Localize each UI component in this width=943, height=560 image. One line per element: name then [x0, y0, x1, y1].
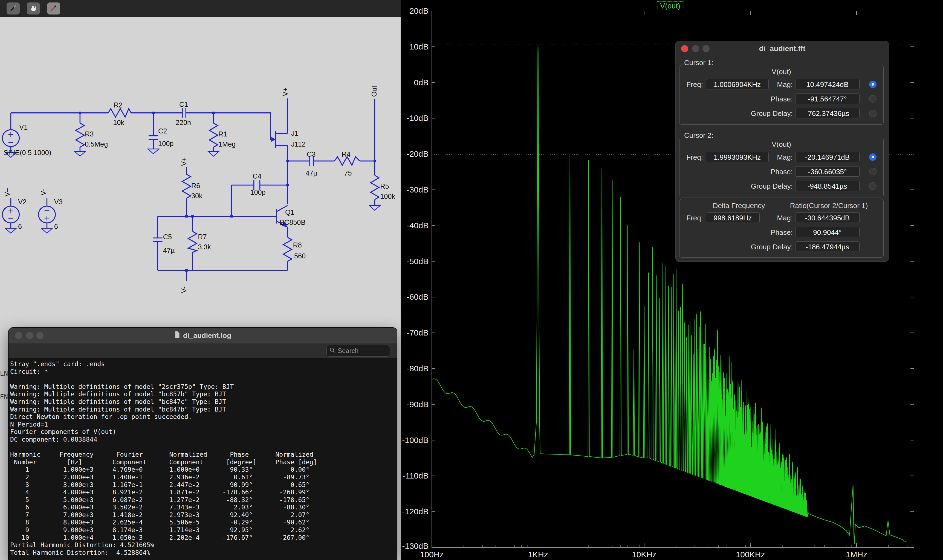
cursor2-mag-radio[interactable] [869, 154, 877, 161]
svg-text:-130dB: -130dB [402, 542, 429, 551]
svg-text:-80dB: -80dB [407, 364, 429, 373]
freq-label: Freq: [679, 79, 703, 90]
svg-text:V+: V+ [180, 157, 188, 166]
svg-text:R2: R2 [114, 101, 122, 109]
svg-text:3.3k: 3.3k [198, 243, 211, 251]
mag-label: Mag: [748, 212, 793, 223]
svg-text:-40dB: -40dB [407, 221, 429, 230]
svg-text:20dB: 20dB [409, 6, 429, 15]
clipped-text-fragment: EN [0, 370, 8, 377]
phase-label: Phase: [721, 94, 793, 105]
probe-icon [49, 4, 58, 13]
svg-text:30k: 30k [191, 192, 202, 200]
svg-text:100Hz: 100Hz [420, 550, 444, 559]
svg-text:-10dB: -10dB [407, 114, 429, 123]
svg-text:C2: C2 [158, 127, 167, 135]
cursor2-trace-name: V(out) [679, 140, 883, 149]
svg-text:1MHz: 1MHz [846, 550, 867, 559]
svg-text:6: 6 [18, 223, 22, 230]
cursor1-trace-name: V(out) [679, 68, 883, 76]
svg-text:-90dB: -90dB [407, 400, 429, 409]
svg-text:V2: V2 [18, 198, 26, 206]
svg-text:R3: R3 [85, 130, 94, 138]
svg-text:6: 6 [54, 223, 58, 230]
hand-icon [29, 4, 37, 13]
ratio-header: Ratio(Cursor 2/Cursor 1) [782, 202, 875, 210]
fft-cursor-dialog: di_audient.fft Cursor 1: V(out) Freq: 1.… [675, 41, 889, 262]
svg-text:560: 560 [294, 252, 306, 260]
cursor1-phase-radio[interactable] [869, 95, 877, 103]
svg-text:V+: V+ [3, 188, 11, 197]
log-window: di_audient.log Search Stray ".ends" card… [8, 328, 397, 560]
delta-ratio-panel: Delta Frequency Ratio(Cursor 2/Cursor 1)… [679, 199, 884, 258]
svg-text:1KHz: 1KHz [528, 550, 548, 559]
svg-text:100p: 100p [250, 188, 265, 196]
fft-dialog-titlebar[interactable]: di_audient.fft [675, 41, 889, 57]
cursor2-panel: V(out) Freq: 1.9993093KHz Mag: -20.14697… [679, 138, 884, 197]
svg-text:C4: C4 [253, 172, 261, 180]
svg-text:Out: Out [370, 86, 378, 97]
phase-label: Phase: [721, 227, 793, 238]
log-window-titlebar[interactable]: di_audient.log [8, 328, 397, 344]
search-icon [329, 347, 335, 354]
svg-text:-110dB: -110dB [403, 471, 429, 480]
svg-text:Q1: Q1 [285, 208, 295, 216]
svg-text:V+: V+ [281, 88, 289, 96]
svg-text:-50dB: -50dB [407, 257, 429, 266]
pan-tool-button[interactable] [27, 3, 40, 14]
search-input[interactable]: Search [326, 345, 390, 357]
log-search-row: Search [8, 343, 397, 358]
freq-label: Freq: [679, 152, 703, 163]
log-text[interactable]: Stray ".ends" card: .ends Circuit: * War… [8, 358, 397, 560]
svg-text:C3: C3 [307, 151, 315, 158]
log-window-title: di_audient.log [183, 331, 231, 340]
cursor1-mag-field[interactable]: 10.497424dB [795, 79, 860, 89]
group-delay-label: Group Delay: [721, 181, 793, 192]
ratio-group-delay-field[interactable]: -186.47944µs [795, 242, 860, 252]
svg-text:R4: R4 [342, 151, 350, 158]
cursor2-group-delay-radio[interactable] [869, 182, 877, 190]
svg-text:C5: C5 [163, 233, 172, 241]
cursor1-phase-field[interactable]: -91.564747° [795, 94, 860, 104]
svg-text:R8: R8 [293, 241, 302, 249]
svg-text:-60dB: -60dB [407, 292, 429, 302]
clipped-text-fragment: EN [0, 393, 8, 401]
toolbar [0, 0, 401, 17]
svg-text:V-: V- [39, 189, 47, 195]
svg-text:10k: 10k [113, 118, 124, 126]
svg-text:0.5Meg: 0.5Meg [85, 140, 108, 148]
svg-text:V3: V3 [54, 198, 63, 206]
svg-text:-120dB: -120dB [402, 507, 429, 516]
cursor2-phase-radio[interactable] [869, 168, 877, 175]
ratio-mag-field[interactable]: -30.644395dB [795, 212, 860, 223]
group-delay-label: Group Delay: [721, 108, 793, 119]
ltspice-screen: V1SINE(0 5 1000)R210kR30.5MegC1220nC2100… [0, 0, 943, 560]
mag-label: Mag: [748, 152, 793, 163]
cursor1-panel: V(out) Freq: 1.0006904KHz Mag: 10.497424… [679, 65, 884, 125]
probe-tool-button[interactable] [47, 3, 60, 14]
svg-text:V1: V1 [19, 123, 28, 131]
cursor1-group-delay-field[interactable]: -762.37436µs [795, 108, 860, 118]
svg-text:R5: R5 [380, 182, 389, 190]
schematic-drawing: V1SINE(0 5 1000)R210kR30.5MegC1220nC2100… [0, 17, 401, 328]
cutter-icon [9, 4, 17, 13]
cursor2-group-delay-field[interactable]: -948.8541µs [795, 181, 860, 191]
svg-text:47µ: 47µ [306, 169, 318, 177]
phase-label: Phase: [721, 166, 793, 177]
cutter-tool-button[interactable] [6, 3, 20, 14]
svg-text:-100dB: -100dB [402, 435, 429, 445]
cursor1-group-delay-radio[interactable] [869, 110, 877, 117]
plot-trace-label[interactable]: V(out) [657, 2, 683, 11]
svg-text:1Meg: 1Meg [218, 140, 236, 148]
svg-text:V-: V- [180, 286, 188, 293]
cursor2-mag-field[interactable]: -20.146971dB [795, 152, 860, 162]
svg-text:J1: J1 [291, 129, 299, 137]
cursor1-mag-radio[interactable] [869, 81, 877, 88]
ratio-phase-field[interactable]: 90.9044° [795, 227, 860, 237]
delta-frequency-header: Delta Frequency [698, 202, 780, 210]
svg-text:-30dB: -30dB [407, 185, 429, 194]
fft-dialog-title: di_audient.fft [675, 41, 889, 57]
cursor2-phase-field[interactable]: -360.66035° [795, 166, 860, 177]
freq-label: Freq: [679, 212, 703, 223]
svg-text:10KHz: 10KHz [632, 550, 656, 559]
